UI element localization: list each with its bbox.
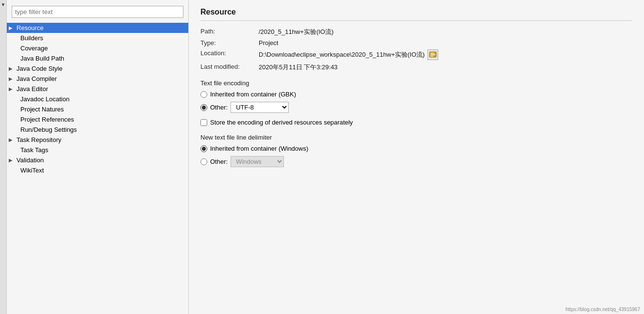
sidebar-item-builders[interactable]: Builders	[7, 33, 188, 43]
main-panel: Resource Path: /2020_5_11hw+实验(IO流) Type…	[189, 0, 644, 314]
other-delimiter-label: Other:	[210, 158, 228, 165]
inherited-encoding-radio[interactable]	[200, 91, 207, 98]
svg-rect-3	[430, 56, 433, 57]
sidebar-item-label: Java Code Style	[17, 65, 63, 72]
svg-rect-2	[430, 54, 435, 55]
sidebar-item-java-editor[interactable]: ▶Java Editor	[7, 84, 188, 94]
encoding-select[interactable]: UTF-8UTF-16ISO-8859-1US-ASCIIGBK	[231, 102, 289, 113]
other-delimiter-radio[interactable]	[200, 158, 207, 165]
sidebar-item-project-natures[interactable]: Project Natures	[7, 104, 188, 114]
sidebar-item-project-references[interactable]: Project References	[7, 114, 188, 125]
store-checkbox-row: Store the encoding of derived resources …	[200, 119, 632, 126]
sidebar-item-rundebug-settings[interactable]: Run/Debug Settings	[7, 125, 188, 135]
line-delimiter-section-label: New text file line delimiter	[200, 134, 632, 141]
inherited-delimiter-row: Inherited from container (Windows)	[200, 145, 632, 152]
sidebar-item-label: Coverage	[20, 45, 48, 52]
sidebar-item-java-build-path[interactable]: Java Build Path	[7, 53, 188, 63]
location-button[interactable]	[428, 49, 438, 60]
last-modified-label: Last modified:	[200, 63, 259, 72]
left-bar: ▼	[0, 0, 7, 314]
sidebar-item-label: Project Natures	[20, 106, 64, 113]
info-grid: Path: /2020_5_11hw+实验(IO流) Type: Project…	[200, 28, 632, 72]
line-delimiter-radio-group: Inherited from container (Windows) Other…	[200, 145, 632, 167]
type-label: Type:	[200, 39, 259, 47]
tree-list: ▶ResourceBuildersCoverageJava Build Path…	[7, 22, 188, 314]
sidebar: ▶ResourceBuildersCoverageJava Build Path…	[7, 0, 189, 314]
other-delimiter-row: Other: WindowsUnixMac	[200, 156, 632, 167]
store-encoding-checkbox[interactable]	[200, 119, 207, 126]
sidebar-item-label: Javadoc Location	[20, 95, 69, 103]
sidebar-item-label: Task Tags	[20, 146, 49, 154]
sidebar-item-label: Run/Debug Settings	[20, 126, 77, 133]
panel-title: Resource	[200, 8, 632, 21]
inherited-encoding-label: Inherited from container (GBK)	[210, 91, 296, 98]
tree-arrow-icon: ▶	[9, 86, 17, 92]
sidebar-item-label: Java Compiler	[17, 75, 57, 82]
navigate-icon	[429, 51, 437, 58]
store-encoding-label: Store the encoding of derived resources …	[210, 119, 353, 126]
last-modified-value: 2020年5月11日 下午3:29:43	[259, 63, 632, 72]
tree-arrow-icon: ▶	[9, 157, 17, 163]
path-value: /2020_5_11hw+实验(IO流)	[259, 28, 632, 36]
sidebar-item-coverage[interactable]: Coverage	[7, 43, 188, 53]
windows-select[interactable]: WindowsUnixMac	[231, 156, 284, 167]
text-encoding-section-label: Text file encoding	[200, 79, 632, 87]
watermark: https://blog.csdn.net/qq_43915967	[566, 307, 640, 312]
filter-wrapper	[7, 4, 188, 22]
location-label: Location:	[200, 49, 259, 60]
other-encoding-row: Other: UTF-8UTF-16ISO-8859-1US-ASCIIGBK	[200, 102, 632, 113]
inherited-delimiter-label: Inherited from container (Windows)	[210, 145, 308, 152]
sidebar-item-label: Java Editor	[17, 85, 48, 93]
type-value: Project	[259, 39, 632, 47]
path-label: Path:	[200, 28, 259, 36]
sidebar-item-task-repository[interactable]: ▶Task Repository	[7, 135, 188, 145]
line-delimiter-section: New text file line delimiter Inherited f…	[200, 134, 632, 167]
tree-arrow-icon: ▶	[9, 137, 17, 142]
tree-arrow-icon: ▶	[9, 76, 17, 81]
collapse-arrow-icon[interactable]: ▼	[1, 2, 6, 7]
filter-input[interactable]	[12, 6, 183, 18]
sidebar-item-label: Project References	[20, 116, 74, 123]
inherited-delimiter-radio[interactable]	[200, 145, 207, 152]
sidebar-item-task-tags[interactable]: Task Tags	[7, 145, 188, 155]
sidebar-item-label: Resource	[17, 24, 44, 31]
sidebar-item-label: Validation	[17, 157, 44, 164]
inherited-encoding-row: Inherited from container (GBK)	[200, 91, 632, 98]
sidebar-item-label: Java Build Path	[20, 55, 64, 62]
svg-rect-1	[430, 53, 434, 54]
other-encoding-radio[interactable]	[200, 104, 207, 111]
sidebar-item-label: Task Repository	[17, 136, 61, 143]
tree-arrow-icon: ▶	[9, 66, 17, 71]
sidebar-item-validation[interactable]: ▶Validation	[7, 155, 188, 165]
other-encoding-label: Other:	[210, 104, 228, 111]
sidebar-item-javadoc-location[interactable]: Javadoc Location	[7, 94, 188, 104]
sidebar-item-label: WikiText	[20, 167, 44, 174]
tree-arrow-icon: ▶	[9, 25, 17, 31]
sidebar-item-java-compiler[interactable]: ▶Java Compiler	[7, 74, 188, 84]
sidebar-item-resource[interactable]: ▶Resource	[7, 23, 188, 33]
sidebar-item-label: Builders	[20, 34, 43, 42]
location-value: D:\Download\eclipse_workspace\2020_5_11h…	[259, 49, 632, 60]
text-encoding-radio-group: Inherited from container (GBK) Other: UT…	[200, 91, 632, 113]
sidebar-item-wikitext[interactable]: WikiText	[7, 165, 188, 175]
sidebar-item-java-code-style[interactable]: ▶Java Code Style	[7, 63, 188, 74]
